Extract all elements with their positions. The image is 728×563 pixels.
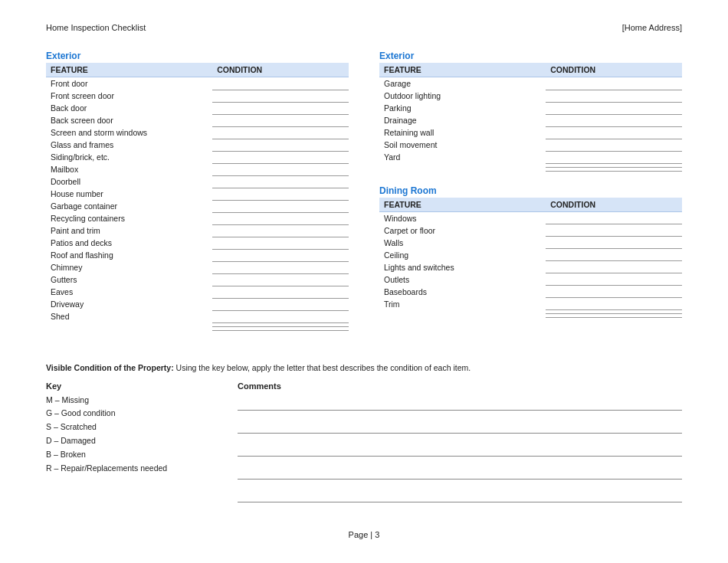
table-row: House number <box>46 188 349 200</box>
feature-cell: Garage <box>379 77 546 90</box>
condition-cell <box>546 298 682 310</box>
left-feature-header: FEATURE <box>46 63 212 77</box>
feature-cell <box>379 314 546 318</box>
table-row: Roof and flashing <box>46 249 349 261</box>
key-item: S – Scratched <box>46 421 215 434</box>
right-top-condition-header: CONDITION <box>546 63 682 77</box>
feature-cell: Trim <box>379 298 546 310</box>
feature-cell: Gutters <box>46 273 212 286</box>
feature-cell: House number <box>46 188 212 200</box>
feature-cell: Parking <box>379 102 546 114</box>
feature-cell: Garbage container <box>46 200 212 212</box>
doc-title: Home Inspection Checklist <box>46 23 146 32</box>
key-column: Key M – MissingG – Good conditionS – Scr… <box>46 381 215 509</box>
table-row: Carpet or floor <box>379 224 682 237</box>
table-row: Outdoor lighting <box>379 90 682 102</box>
feature-cell: Doorbell <box>46 175 212 188</box>
right-top-feature-header: FEATURE <box>379 63 546 77</box>
table-row: Glass and frames <box>46 139 349 151</box>
table-row: Windows <box>379 211 682 224</box>
feature-cell: Patios and decks <box>46 237 212 249</box>
condition-cell <box>212 126 349 139</box>
table-row: Outlets <box>379 273 682 286</box>
table-row: Driveway <box>46 298 349 310</box>
key-item: M – Missing <box>46 394 215 408</box>
table-row: Drainage <box>379 114 682 126</box>
table-row: Patios and decks <box>46 237 349 249</box>
condition-cell <box>212 90 349 102</box>
feature-cell: Shed <box>46 310 212 322</box>
condition-cell <box>212 237 349 249</box>
feature-cell: Roof and flashing <box>46 249 212 261</box>
condition-cell <box>546 77 682 90</box>
right-exterior-title: Exterior <box>379 51 682 61</box>
comment-line <box>238 440 682 457</box>
feature-cell: Yard <box>379 151 546 163</box>
condition-cell <box>212 261 349 273</box>
table-row: Ceiling <box>379 249 682 261</box>
feature-cell: Carpet or floor <box>379 224 546 237</box>
table-row: Eaves <box>46 286 349 298</box>
feature-cell: Back door <box>46 102 212 114</box>
condition-cell <box>546 114 682 126</box>
table-row <box>379 167 682 171</box>
table-row: Front screen door <box>46 90 349 102</box>
condition-cell <box>212 114 349 126</box>
condition-cell <box>546 224 682 237</box>
doc-address: [Home Address] <box>622 23 682 32</box>
feature-cell: Drainage <box>379 114 546 126</box>
condition-cell <box>212 212 349 224</box>
table-row: Retaining wall <box>379 126 682 139</box>
table-row: Garage <box>379 77 682 90</box>
visible-condition-statement: Visible Condition of the Property: Using… <box>46 363 682 372</box>
table-row: Mailbox <box>46 163 349 175</box>
condition-cell <box>212 139 349 151</box>
table-row: Paint and trim <box>46 224 349 237</box>
feature-cell: Eaves <box>46 286 212 298</box>
table-row: Soil movement <box>379 139 682 151</box>
feature-cell <box>46 326 212 330</box>
feature-cell: Paint and trim <box>46 224 212 237</box>
condition-cell <box>212 102 349 114</box>
condition-cell <box>212 200 349 212</box>
comment-line <box>238 486 682 502</box>
feature-cell: Retaining wall <box>379 126 546 139</box>
visible-condition-label: Visible Condition of the Property: <box>46 363 174 372</box>
bottom-section: Visible Condition of the Property: Using… <box>46 363 682 509</box>
table-row: Garbage container <box>46 200 349 212</box>
feature-cell: Front door <box>46 77 212 90</box>
condition-cell <box>212 224 349 237</box>
condition-cell <box>546 273 682 286</box>
comments-column: Comments <box>238 381 682 509</box>
page-footer: Page | 3 <box>46 530 682 539</box>
comment-lines-container <box>238 394 682 502</box>
condition-cell <box>212 151 349 163</box>
table-row: Baseboards <box>379 286 682 298</box>
condition-cell <box>212 273 349 286</box>
left-condition-header: CONDITION <box>212 63 349 77</box>
key-item: D – Damaged <box>46 434 215 448</box>
condition-cell <box>212 249 349 261</box>
condition-cell <box>546 286 682 298</box>
condition-cell <box>546 261 682 273</box>
dining-room-section: Dining Room FEATURE CONDITION WindowsCar… <box>379 185 682 319</box>
dining-feature-header: FEATURE <box>379 198 546 212</box>
table-row: Recycling containers <box>46 212 349 224</box>
right-exterior-table: FEATURE CONDITION GarageOutdoor lighting… <box>379 63 682 172</box>
feature-cell: Walls <box>379 237 546 249</box>
condition-cell <box>212 286 349 298</box>
condition-cell <box>212 188 349 200</box>
condition-cell <box>212 310 349 322</box>
table-row: Shed <box>46 310 349 322</box>
condition-cell <box>212 298 349 310</box>
condition-cell <box>546 211 682 224</box>
table-row: Walls <box>379 237 682 249</box>
comment-line <box>238 417 682 434</box>
feature-cell: Outlets <box>379 273 546 286</box>
left-exterior-table: FEATURE CONDITION Front doorFront screen… <box>46 63 349 331</box>
condition-cell <box>546 237 682 249</box>
table-row: Doorbell <box>46 175 349 188</box>
table-row: Screen and storm windows <box>46 126 349 139</box>
page-label: Page | 3 <box>349 530 380 539</box>
table-row <box>46 326 349 330</box>
